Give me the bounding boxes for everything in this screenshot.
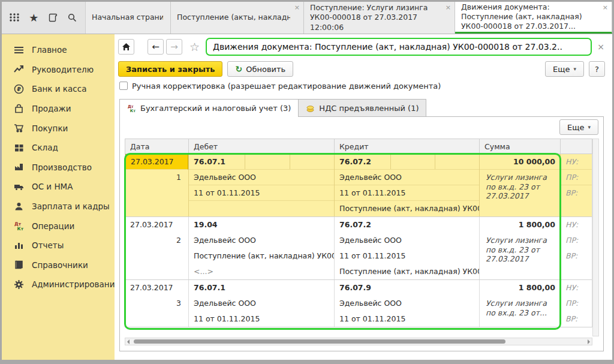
vertical-scrollbar[interactable] [592, 139, 599, 336]
sidebar-item-main[interactable]: Главное [2, 40, 115, 60]
cell-row-number[interactable]: 3 [125, 296, 188, 311]
home-button[interactable] [118, 39, 134, 55]
column-header-debit[interactable]: Дебет [188, 139, 334, 154]
window-tabs: Начальная страница Поступление (акты, на… [86, 2, 612, 34]
tab-vat-presented[interactable]: НДС предъявленный (1) [299, 99, 426, 116]
cell-debit-subconto[interactable]: Эдельвейс ООО [189, 296, 334, 311]
cell-credit-account[interactable]: 76.07.9 [335, 280, 479, 296]
cell-sum[interactable]: 10 000,00 [480, 154, 560, 170]
cell-debit-account[interactable]: 76.07.1 [189, 280, 334, 296]
cell-pr[interactable]: ПР: [561, 233, 592, 248]
back-button[interactable]: ← [148, 39, 164, 55]
window-tab-receipt-doc[interactable]: Поступление: Услуги лизинга УК00-000018 … [304, 2, 455, 34]
search-icon[interactable] [66, 11, 79, 25]
cell-debit-account[interactable]: 76.07.1 [189, 154, 245, 169]
apps-menu-icon[interactable] [8, 11, 21, 25]
cell-credit-subconto[interactable]: 11 от 01.11.2015 [335, 311, 479, 327]
favorites-star-icon[interactable]: ★ [27, 11, 40, 25]
table-row[interactable]: 27.03.2017 2 19.04 Эдельвейс ООО Поступл… [125, 216, 592, 279]
cell-sum[interactable]: 1 800,00 [480, 217, 560, 233]
cell-debit-account[interactable]: 19.04 [189, 217, 334, 233]
cell-debit-subconto[interactable]: 11 от 01.11.2015 [189, 311, 334, 327]
cell-credit-subconto[interactable]: 11 от 01.11.2015 [335, 248, 479, 264]
close-form-button[interactable]: × [594, 42, 607, 52]
cell-credit-account[interactable]: 76.07.2 [335, 154, 390, 169]
sidebar-item-fixed-assets[interactable]: ОС и НМА [2, 177, 115, 197]
close-icon[interactable]: × [294, 4, 300, 11]
cell-nu[interactable]: НУ: [561, 280, 592, 296]
cell-row-number[interactable]: 2 [125, 233, 188, 248]
sidebar-item-payroll-hr[interactable]: Зарплата и кадры [2, 197, 115, 216]
factory-icon [14, 162, 24, 172]
manual-adjustment-label: Ручная корректировка (разрешает редактир… [132, 82, 441, 91]
table-row[interactable]: 27.03.2017 1 76.07.1 Эдельвейс [125, 154, 592, 216]
close-icon[interactable]: × [446, 4, 451, 11]
cell-debit-subconto[interactable] [189, 201, 334, 216]
cell-credit-subconto[interactable]: 11 от 01.11.2015 [335, 185, 479, 201]
window-tab-home[interactable]: Начальная страница [86, 2, 171, 34]
scrollbar-thumb[interactable] [134, 339, 505, 344]
cell-debit-subconto[interactable]: Поступление (акт, накладная) УК00-... [189, 248, 334, 264]
cell-pr[interactable]: ПР: [561, 170, 592, 185]
close-icon[interactable]: × [603, 4, 608, 11]
sidebar-item-purchases[interactable]: Покупки [2, 118, 115, 138]
cell-credit-subconto[interactable]: Эдельвейс ООО [335, 233, 479, 248]
window-tab-receipts-list[interactable]: Поступление (акты, накладные) × [171, 2, 304, 34]
tab-accounting[interactable]: ДтКт Бухгалтерский и налоговый учет (3) [119, 99, 299, 117]
cell-credit-qty[interactable] [390, 154, 435, 169]
window-tab-doc-movements[interactable]: Движения документа: Поступление (акт, на… [455, 2, 612, 34]
manual-adjustment-checkbox[interactable] [119, 82, 128, 90]
favorite-star-icon[interactable]: ☆ [189, 40, 200, 53]
sidebar-item-manager[interactable]: Руководителю [2, 60, 115, 80]
column-header-credit[interactable]: Кредит [334, 139, 479, 154]
history-icon[interactable] [47, 11, 60, 25]
more-button[interactable]: Еще ▾ [545, 61, 584, 77]
sidebar-item-operations[interactable]: ДтКт Операции [2, 216, 115, 236]
column-header-date[interactable]: Дата [125, 139, 188, 154]
cell-sum-note[interactable]: Услуги лизинга по вх.д. 23 от 27.03.2017 [480, 170, 560, 216]
cell-credit-subconto[interactable]: Поступление (акт, накладная) УК00-... [335, 264, 479, 279]
table-row[interactable]: 27.03.2017 3 76.07.1 Эдельвейс ООО 11 от… [125, 279, 592, 327]
scroll-left-icon[interactable] [127, 339, 130, 344]
cell-credit-subconto[interactable]: Поступление (акт, накладная) УК00-... [335, 201, 479, 216]
cell-sum-note[interactable]: Услуги лизинга по вх.д. 23 от... [480, 296, 560, 327]
sidebar-item-sales[interactable]: Продажи [2, 99, 115, 119]
cell-debit-qty[interactable] [245, 154, 290, 169]
cell-vr[interactable]: ВР: [561, 311, 592, 327]
panel-more-button[interactable]: Еще ▾ [559, 119, 598, 135]
sidebar-item-administration[interactable]: Администрирование [2, 275, 115, 294]
cell-date[interactable]: 27.03.2017 [125, 217, 188, 233]
scroll-right-icon[interactable] [588, 339, 590, 344]
svg-text:Кт: Кт [130, 109, 136, 113]
cell-sum[interactable]: 1 800,00 [480, 280, 560, 296]
help-button[interactable]: ? [589, 61, 605, 77]
cell-pr[interactable]: ПР: [561, 296, 592, 311]
cell-vr[interactable]: ВР: [561, 185, 592, 201]
cell-nu[interactable]: НУ: [561, 217, 592, 233]
forward-button[interactable]: → [166, 39, 182, 55]
sidebar-item-reports[interactable]: Отчеты [2, 236, 115, 255]
cell-nu[interactable]: НУ: [561, 154, 592, 170]
cell-credit-subconto[interactable]: Эдельвейс ООО [335, 296, 479, 311]
cell-debit-subconto[interactable]: Эдельвейс ООО [189, 233, 334, 248]
cell-credit-subconto[interactable]: Эдельвейс ООО [335, 170, 479, 185]
cell-credit-currency[interactable] [435, 154, 479, 169]
refresh-button[interactable]: ↻ Обновить [227, 61, 293, 77]
cell-debit-subconto[interactable]: <...> [189, 264, 334, 279]
save-and-close-button[interactable]: Записать и закрыть [118, 61, 222, 77]
column-header-sum[interactable]: Сумма [479, 139, 560, 154]
sidebar-item-bank-cash[interactable]: ₽ Банк и касса [2, 79, 115, 99]
cell-date[interactable]: 27.03.2017 [125, 280, 188, 296]
sidebar-item-warehouse[interactable]: Склад [2, 138, 115, 158]
cell-credit-account[interactable]: 76.07.2 [335, 217, 479, 233]
cell-debit-currency[interactable] [290, 154, 335, 169]
cell-vr[interactable]: ВР: [561, 248, 592, 264]
cell-debit-subconto[interactable]: Эдельвейс ООО [189, 170, 334, 185]
cell-sum-note[interactable]: Услуги лизинга по вх.д. 23 от 27.03.2017 [480, 233, 560, 279]
cell-row-number[interactable]: 1 [125, 170, 188, 185]
sidebar-item-directories[interactable]: Справочники [2, 255, 115, 275]
horizontal-scrollbar[interactable] [125, 338, 592, 345]
cell-date[interactable]: 27.03.2017 [125, 154, 188, 170]
cell-debit-subconto[interactable]: 11 от 01.11.2015 [189, 185, 334, 201]
sidebar-item-production[interactable]: Производство [2, 158, 115, 178]
